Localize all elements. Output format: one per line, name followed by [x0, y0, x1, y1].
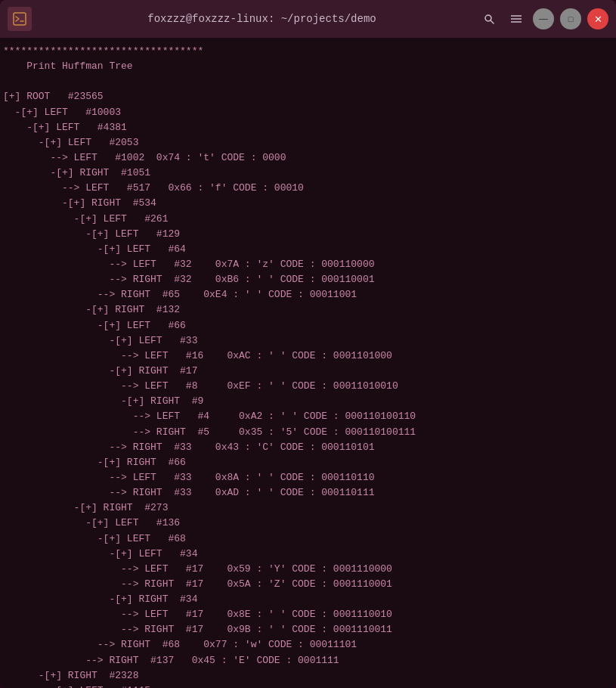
search-button[interactable] — [478, 8, 500, 29]
svg-line-3 — [491, 20, 494, 23]
minimize-button[interactable]: — — [533, 8, 554, 29]
terminal-window: foxzzz@foxzzz-linux: ~/projects/demo — — [0, 0, 616, 688]
window-controls: — □ ✕ — [478, 8, 608, 29]
window-title: foxzzz@foxzzz-linux: ~/projects/demo — [45, 13, 478, 25]
terminal-body[interactable]: ********************************** Print… — [0, 38, 616, 688]
svg-rect-0 — [14, 13, 26, 25]
close-button[interactable]: ✕ — [587, 8, 608, 29]
title-bar-left — [8, 7, 45, 31]
maximize-button[interactable]: □ — [560, 8, 581, 29]
terminal-icon — [8, 7, 32, 31]
menu-button[interactable] — [506, 8, 527, 29]
terminal-output: ********************************** Print… — [3, 44, 613, 688]
title-bar: foxzzz@foxzzz-linux: ~/projects/demo — — [0, 0, 616, 38]
